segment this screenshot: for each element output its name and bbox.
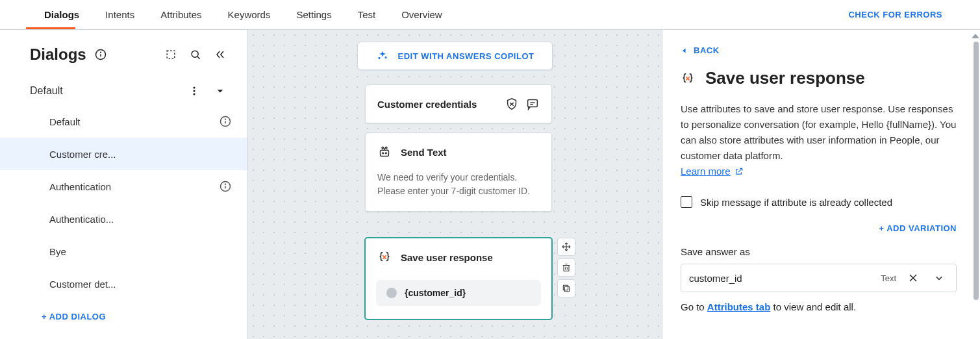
move-handle[interactable]: [557, 238, 575, 256]
bot-icon: [377, 145, 392, 159]
skip-label: Skip message if attribute is already col…: [700, 197, 892, 208]
svg-point-6: [194, 87, 195, 88]
tab-test[interactable]: Test: [345, 0, 389, 30]
svg-point-4: [192, 51, 198, 57]
svg-point-11: [225, 119, 226, 119]
tree-item-customer-details[interactable]: Customer det...: [0, 268, 247, 300]
properties-panel: BACK Save user response Use attributes t…: [662, 30, 980, 339]
svg-point-15: [385, 57, 386, 58]
panel-title: Save user response: [705, 68, 865, 88]
node-header-card[interactable]: Customer credentials: [365, 84, 552, 123]
svg-point-8: [194, 94, 195, 95]
attribute-chip[interactable]: {customer_id}: [376, 280, 541, 306]
collapse-icon[interactable]: [211, 45, 229, 64]
tab-dialogs[interactable]: Dialogs: [31, 0, 92, 30]
braces-icon: [681, 71, 695, 86]
panel-note: Go to Attributes tab to view and edit al…: [681, 301, 957, 312]
svg-marker-39: [683, 48, 686, 53]
tree-item-authentication[interactable]: Authentication: [0, 170, 247, 203]
message-icon[interactable]: [525, 97, 540, 111]
skip-checkbox-row[interactable]: Skip message if attribute is already col…: [681, 196, 957, 208]
more-icon[interactable]: [185, 82, 203, 100]
add-dialog-button[interactable]: + ADD DIALOG: [0, 300, 247, 328]
tab-attributes[interactable]: Attributes: [147, 0, 214, 30]
tree-item-customer-credentials[interactable]: Customer cre...: [0, 138, 247, 170]
svg-rect-32: [564, 266, 569, 271]
svg-line-5: [197, 56, 200, 59]
chip-dot-icon: [386, 288, 397, 298]
svg-point-7: [194, 90, 195, 92]
sidebar-group[interactable]: Default: [0, 77, 247, 105]
svg-point-27: [385, 153, 386, 154]
send-text-body: We need to verify your credentials. Plea…: [366, 171, 551, 211]
scrollbar[interactable]: [974, 42, 979, 300]
attributes-tab-link[interactable]: Attributes tab: [707, 301, 771, 312]
top-tabbar: Dialogs Intents Attributes Keywords Sett…: [0, 0, 980, 30]
delete-button[interactable]: [557, 258, 575, 277]
send-text-node[interactable]: Send Text We need to verify your credent…: [365, 132, 552, 212]
svg-rect-22: [381, 150, 389, 156]
copilot-button[interactable]: EDIT WITH ANSWERS COPILOT: [357, 42, 553, 70]
tree-item-default[interactable]: Default: [0, 105, 247, 138]
svg-point-25: [385, 147, 387, 149]
tree-item-bye[interactable]: Bye: [0, 235, 247, 268]
scroll-up-icon[interactable]: [972, 34, 979, 38]
shield-icon[interactable]: [505, 97, 519, 111]
search-icon[interactable]: [186, 45, 205, 64]
selection-icon[interactable]: [162, 45, 180, 64]
back-button[interactable]: BACK: [681, 45, 957, 55]
add-variation-button[interactable]: + ADD VARIATION: [681, 223, 957, 233]
panel-description: Use attributes to save and store user re…: [681, 101, 957, 179]
duplicate-button[interactable]: [557, 279, 575, 297]
info-icon[interactable]: [92, 45, 110, 64]
info-icon[interactable]: [216, 112, 234, 131]
dialog-canvas[interactable]: EDIT WITH ANSWERS COPILOT Customer crede…: [248, 30, 662, 339]
svg-point-2: [100, 52, 101, 53]
save-response-title: Save user response: [401, 252, 493, 263]
tab-keywords[interactable]: Keywords: [215, 0, 284, 30]
svg-rect-38: [563, 285, 568, 290]
node-title: Customer credentials: [377, 99, 477, 110]
braces-icon: [377, 250, 392, 264]
chevron-down-icon[interactable]: [930, 269, 948, 287]
tab-settings[interactable]: Settings: [283, 0, 344, 30]
svg-point-16: [379, 58, 380, 59]
sidebar: Dialogs Default: [0, 30, 248, 339]
tab-intents[interactable]: Intents: [92, 0, 147, 30]
clear-icon[interactable]: [904, 269, 922, 287]
save-response-node[interactable]: Save user response {customer_id}: [365, 238, 552, 320]
save-answer-value: customer_id: [689, 273, 873, 284]
checkbox-icon[interactable]: [681, 196, 692, 208]
chevron-down-icon[interactable]: [211, 82, 229, 100]
tab-overview[interactable]: Overview: [388, 0, 455, 30]
learn-more-link[interactable]: Learn more: [681, 164, 744, 179]
info-icon[interactable]: [216, 177, 234, 195]
field-type-label: Text: [881, 273, 896, 283]
tree-item-authentication-2[interactable]: Authenticatio...: [0, 203, 247, 235]
save-answer-label: Save answer as: [681, 246, 957, 257]
svg-point-26: [383, 153, 384, 154]
svg-point-14: [225, 184, 226, 184]
sidebar-title: Dialogs: [30, 45, 110, 64]
svg-point-24: [382, 147, 384, 149]
check-for-errors-button[interactable]: CHECK FOR ERRORS: [848, 10, 949, 19]
svg-rect-3: [167, 51, 175, 58]
svg-rect-19: [528, 100, 538, 107]
save-answer-field[interactable]: customer_id Text: [681, 264, 957, 292]
send-text-title: Send Text: [401, 147, 447, 158]
svg-rect-37: [564, 286, 569, 291]
chip-text: {customer_id}: [405, 288, 466, 298]
